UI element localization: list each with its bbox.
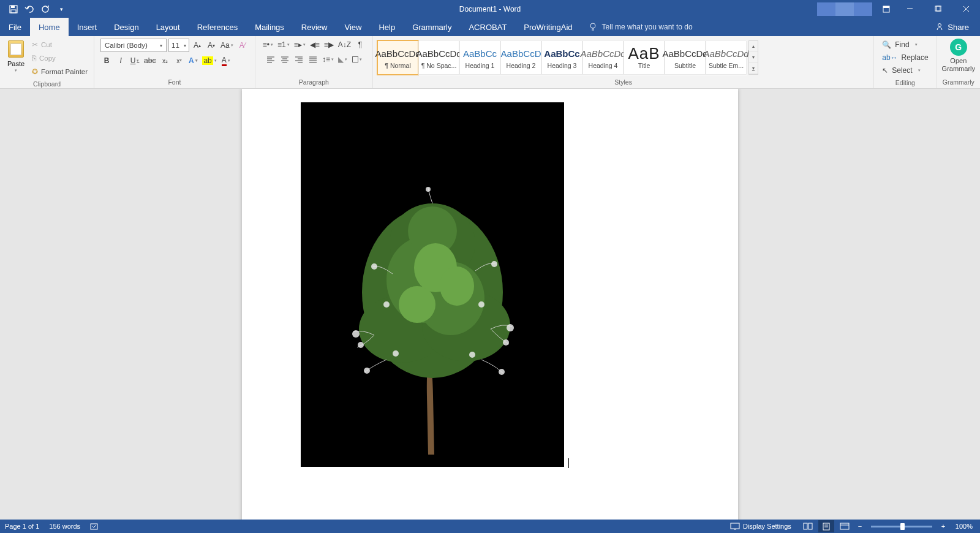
- style-item-7[interactable]: AaBbCcDdSubtitle: [665, 40, 706, 75]
- tab-mailings[interactable]: Mailings: [246, 18, 293, 36]
- svg-point-43: [507, 324, 514, 331]
- tab-home[interactable]: Home: [30, 18, 69, 36]
- style-item-0[interactable]: AaBbCcDd¶ Normal: [377, 40, 418, 75]
- undo-button[interactable]: [22, 2, 37, 17]
- sort-button[interactable]: A↓Z: [337, 39, 352, 51]
- zoom-in-button[interactable]: +: [938, 523, 948, 530]
- underline-button[interactable]: U: [129, 55, 141, 67]
- paste-button[interactable]: Paste ▾: [4, 38, 28, 78]
- account-area[interactable]: [817, 2, 872, 16]
- font-size-combo[interactable]: 11▾: [168, 39, 189, 52]
- font-group-label: Font: [94, 78, 255, 88]
- increase-indent-button[interactable]: ≡▶: [323, 39, 335, 51]
- close-button[interactable]: [952, 0, 980, 18]
- copy-icon: ⎘: [32, 55, 36, 62]
- style-item-6[interactable]: AaBTitle: [624, 40, 665, 75]
- styles-scroll-down[interactable]: ▾: [749, 52, 758, 63]
- svg-point-11: [590, 23, 595, 28]
- web-layout-button[interactable]: [837, 520, 853, 532]
- page-number-status[interactable]: Page 1 of 1: [5, 523, 39, 530]
- font-color-button[interactable]: A: [220, 55, 232, 67]
- ribbon-display-options[interactable]: [877, 0, 895, 18]
- save-button[interactable]: [6, 2, 21, 17]
- minimize-button[interactable]: [895, 0, 924, 18]
- style-item-8[interactable]: AaBbCcDdSubtle Em...: [706, 40, 747, 75]
- zoom-slider-thumb[interactable]: [900, 523, 905, 530]
- tab-insert[interactable]: Insert: [69, 18, 106, 36]
- qat-customize[interactable]: ▾: [54, 2, 69, 17]
- quick-access-toolbar: ▾: [0, 2, 69, 17]
- font-name-combo[interactable]: Calibri (Body)▾: [100, 39, 167, 52]
- align-center-button[interactable]: [279, 53, 291, 66]
- document-area[interactable]: [0, 89, 980, 524]
- superscript-button[interactable]: x²: [173, 55, 185, 67]
- redo-button[interactable]: [38, 2, 53, 17]
- line-spacing-button[interactable]: ↕≡: [321, 53, 335, 66]
- zoom-slider[interactable]: [871, 526, 932, 527]
- group-paragraph: ≡• ≡1 ≡▸ ◀≡ ≡▶ A↓Z ¶ ↕≡ ◣ Paragraph: [255, 36, 373, 88]
- share-button[interactable]: Share: [924, 18, 980, 36]
- highlight-button[interactable]: ab: [201, 55, 217, 67]
- subscript-button[interactable]: x₂: [159, 55, 171, 67]
- format-painter-button[interactable]: ✪Format Painter: [29, 66, 90, 78]
- style-item-2[interactable]: AaBbCcHeading 1: [459, 40, 500, 75]
- tell-me-search[interactable]: Tell me what you want to do: [589, 18, 693, 36]
- style-item-3[interactable]: AaBbCcDHeading 2: [500, 40, 541, 75]
- styles-expand[interactable]: ▾̲: [749, 63, 758, 74]
- tab-references[interactable]: References: [189, 18, 246, 36]
- grow-font-button[interactable]: A▴: [191, 39, 203, 51]
- spell-check-status[interactable]: [90, 523, 100, 531]
- zoom-level[interactable]: 100%: [956, 523, 973, 530]
- tab-design[interactable]: Design: [105, 18, 147, 36]
- tab-review[interactable]: Review: [293, 18, 336, 36]
- document-page[interactable]: [242, 89, 738, 524]
- shrink-font-button[interactable]: A▾: [205, 39, 217, 51]
- style-item-4[interactable]: AaBbCcHeading 3: [541, 40, 582, 75]
- zoom-out-button[interactable]: −: [855, 523, 865, 530]
- bold-button[interactable]: B: [100, 55, 113, 67]
- svg-rect-5: [883, 6, 889, 8]
- decrease-indent-button[interactable]: ◀≡: [309, 39, 321, 51]
- strikethrough-button[interactable]: abc: [143, 55, 157, 67]
- show-hide-button[interactable]: ¶: [354, 39, 366, 51]
- align-right-button[interactable]: [293, 53, 305, 66]
- tab-view[interactable]: View: [336, 18, 370, 36]
- style-item-5[interactable]: AaBbCcDdHeading 4: [582, 40, 624, 75]
- tab-acrobat[interactable]: ACROBAT: [460, 18, 515, 36]
- copy-button[interactable]: ⎘Copy: [29, 52, 90, 64]
- word-count-status[interactable]: 156 words: [49, 523, 80, 530]
- paragraph-group-label: Paragraph: [255, 78, 372, 88]
- ribbon: Paste ▾ ✂Cut ⎘Copy ✪Format Painter Clipb…: [0, 36, 980, 89]
- tab-help[interactable]: Help: [370, 18, 404, 36]
- clear-formatting-button[interactable]: A⁄: [236, 39, 249, 51]
- open-grammarly-button[interactable]: G OpenGrammarly: [937, 36, 980, 78]
- numbering-button[interactable]: ≡1: [276, 39, 291, 51]
- cut-button[interactable]: ✂Cut: [29, 39, 90, 51]
- borders-button[interactable]: [351, 53, 363, 66]
- display-settings-button[interactable]: Display Settings: [730, 523, 791, 530]
- tab-prowritingaid[interactable]: ProWritingAid: [515, 18, 581, 36]
- bullets-button[interactable]: ≡•: [262, 39, 274, 51]
- tab-file[interactable]: File: [0, 18, 30, 36]
- style-name: Subtle Em...: [709, 62, 744, 69]
- find-button[interactable]: 🔍Find▾: [880, 39, 919, 51]
- change-case-button[interactable]: Aa: [219, 39, 235, 51]
- maximize-button[interactable]: [924, 0, 952, 18]
- shading-button[interactable]: ◣: [337, 53, 349, 66]
- style-item-1[interactable]: AaBbCcDd¶ No Spac...: [418, 40, 459, 75]
- styles-scroll-up[interactable]: ▴: [749, 41, 758, 52]
- align-left-button[interactable]: [265, 53, 277, 66]
- multilevel-list-button[interactable]: ≡▸: [293, 39, 307, 51]
- print-layout-button[interactable]: [818, 520, 834, 532]
- italic-button[interactable]: I: [115, 55, 127, 67]
- justify-button[interactable]: [307, 53, 319, 66]
- text-effects-button[interactable]: A: [187, 55, 199, 67]
- select-button[interactable]: ↖Select▾: [880, 64, 922, 77]
- svg-rect-8: [937, 6, 941, 11]
- tab-layout[interactable]: Layout: [148, 18, 189, 36]
- svg-rect-62: [840, 523, 849, 529]
- inserted-image[interactable]: [301, 102, 564, 467]
- replace-button[interactable]: ab↔Replace: [880, 51, 930, 64]
- tab-grammarly[interactable]: Grammarly: [404, 18, 460, 36]
- read-mode-button[interactable]: [800, 520, 816, 532]
